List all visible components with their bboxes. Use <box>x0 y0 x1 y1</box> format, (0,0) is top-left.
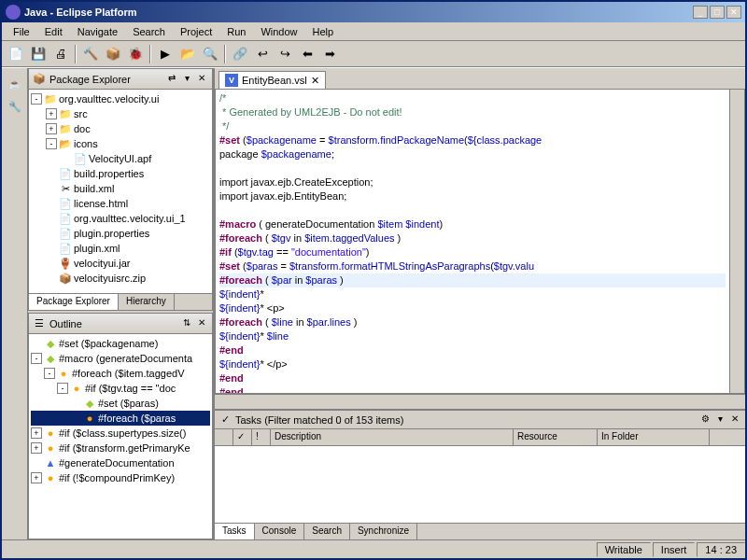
menu-file[interactable]: File <box>6 24 37 39</box>
app-icon <box>6 5 21 20</box>
menu-navigate[interactable]: Navigate <box>70 24 125 39</box>
tasks-column-header[interactable]: ✓ <box>233 429 252 445</box>
tab-console[interactable]: Console <box>255 524 305 539</box>
package-explorer-panel: 📦 Package Explorer ⇄ ▾ ✕ -📁org.vaulttec.… <box>28 68 213 311</box>
outline-panel: ☰ Outline ⇅ ✕ ◆#set ($packagename)-◆#mac… <box>28 313 213 539</box>
perspective-icon-1[interactable]: 🔧 <box>5 96 25 117</box>
panel-menu-icon[interactable]: ▾ <box>180 73 193 86</box>
tree-item[interactable]: +📁src <box>31 106 210 121</box>
status-insert: Insert <box>653 542 696 557</box>
tree-item[interactable]: +📁doc <box>31 121 210 136</box>
tasks-column-header[interactable]: In Folder <box>598 429 710 445</box>
tab-hierarchy[interactable]: Hierarchy <box>119 294 175 310</box>
tasks-close-icon[interactable]: ✕ <box>728 413 741 427</box>
minimize-button[interactable]: _ <box>693 6 708 19</box>
toolbar-button-2[interactable]: 🖨 <box>50 44 71 64</box>
tasks-column-header[interactable]: ! <box>252 429 271 445</box>
package-explorer-icon: 📦 <box>33 73 46 86</box>
editor-body[interactable]: /* * Generated by UML2EJB - Do not edit!… <box>216 90 729 393</box>
outline-tree[interactable]: ◆#set ($packagename)-◆#macro (generateDo… <box>29 334 212 539</box>
tasks-table[interactable]: ✓!DescriptionResourceIn Folder <box>215 429 745 523</box>
tree-item[interactable]: 📄VelocityUI.apf <box>31 151 210 166</box>
outline-item[interactable]: ◆#set ($paras) <box>31 396 210 411</box>
menubar: FileEditNavigateSearchProjectRunWindowHe… <box>2 22 745 41</box>
outline-item[interactable]: +●#if ($class.supertypes.size() <box>31 426 210 441</box>
menu-window[interactable]: Window <box>253 24 304 39</box>
menu-edit[interactable]: Edit <box>37 24 70 39</box>
outline-item[interactable]: +●#if ($transform.getPrimaryKe <box>31 441 210 455</box>
outline-item[interactable]: -●#foreach ($item.taggedV <box>31 366 210 381</box>
close-button[interactable]: ✕ <box>726 6 741 19</box>
statusbar: Writable Insert 14 : 23 <box>2 539 745 558</box>
tasks-icon: ✓ <box>218 413 232 427</box>
tab-package-explorer[interactable]: Package Explorer <box>29 294 119 310</box>
editor-tab-label: EntityBean.vsl <box>242 75 307 86</box>
window-title: Java - Eclipse Platform <box>24 7 693 18</box>
tree-item[interactable]: ✂build.xml <box>31 181 210 196</box>
tasks-column-header[interactable] <box>215 429 233 445</box>
menu-run[interactable]: Run <box>219 24 253 39</box>
toolbar-button-11[interactable]: ↪ <box>275 44 295 64</box>
menu-project[interactable]: Project <box>173 24 219 39</box>
package-explorer-tree[interactable]: -📁org.vaulttec.velocity.ui+📁src+📁doc-📂ic… <box>29 90 212 293</box>
toolbar-button-8[interactable]: 🔍 <box>200 44 220 64</box>
toolbar-button-12[interactable]: ⬅ <box>297 44 317 64</box>
tree-item[interactable]: 📄org.vaulttec.velocity.ui_1 <box>31 211 210 226</box>
toolbar-button-7[interactable]: 📂 <box>177 44 198 64</box>
outline-item[interactable]: ●#foreach ($paras <box>31 411 210 426</box>
outline-item[interactable]: -●#if ($tgv.tag == "doc <box>31 381 210 396</box>
tasks-menu-icon[interactable]: ▾ <box>713 413 726 427</box>
toolbar-button-6[interactable]: ▶ <box>155 44 176 64</box>
vertical-scrollbar[interactable] <box>729 90 744 393</box>
tasks-filter-icon[interactable]: ⚙ <box>698 413 712 427</box>
menu-help[interactable]: Help <box>305 24 342 39</box>
outline-item[interactable]: ◆#set ($packagename) <box>31 336 210 351</box>
editor-tab[interactable]: V EntityBean.vsl ✕ <box>218 71 326 89</box>
tree-item[interactable]: 🏺velocityui.jar <box>31 256 210 271</box>
toolbar: 📄💾🖨🔨📦🐞▶📂🔍🔗↩↪⬅➡ <box>2 41 745 67</box>
file-type-icon: V <box>225 74 238 87</box>
tab-search[interactable]: Search <box>304 524 350 539</box>
status-writable: Writable <box>597 542 651 557</box>
tab-tasks[interactable]: Tasks <box>215 524 255 539</box>
editor-tabs: V EntityBean.vsl ✕ <box>215 68 745 89</box>
tree-item[interactable]: 📄plugin.xml <box>31 241 210 256</box>
outline-sort-icon[interactable]: ⇅ <box>180 317 193 330</box>
collapse-all-icon[interactable]: ⇄ <box>165 73 178 86</box>
toolbar-button-10[interactable]: ↩ <box>252 44 273 64</box>
tree-item[interactable]: 📄plugin.properties <box>31 226 210 241</box>
toolbar-button-0[interactable]: 📄 <box>6 44 26 64</box>
titlebar: Java - Eclipse Platform _ □ ✕ <box>2 2 745 22</box>
tree-item[interactable]: 📄license.html <box>31 196 210 211</box>
tree-item[interactable]: -📂icons <box>31 136 210 151</box>
outline-title: Outline <box>49 318 180 329</box>
toolbar-button-5[interactable]: 🐞 <box>125 44 146 64</box>
tasks-column-header[interactable]: Resource <box>514 429 598 445</box>
perspective-bar: ☕🔧 <box>2 68 28 539</box>
tree-item[interactable]: 📦velocityuisrc.zip <box>31 271 210 286</box>
tasks-title: Tasks (Filter matched 0 of 153 items) <box>235 414 698 426</box>
toolbar-button-3[interactable]: 🔨 <box>80 44 101 64</box>
maximize-button[interactable]: □ <box>710 6 725 19</box>
outline-item[interactable]: -◆#macro (generateDocumenta <box>31 351 210 366</box>
tasks-column-header[interactable]: Description <box>271 429 514 445</box>
tree-item[interactable]: 📄build.properties <box>31 166 210 181</box>
outline-icon: ☰ <box>33 317 46 330</box>
outline-close-icon[interactable]: ✕ <box>195 317 208 330</box>
outline-item[interactable]: ▲#generateDocumentation <box>31 455 210 470</box>
tab-synchronize[interactable]: Synchronize <box>350 524 417 539</box>
toolbar-button-9[interactable]: 🔗 <box>230 44 250 64</box>
package-explorer-title: Package Explorer <box>49 74 165 85</box>
perspective-icon-0[interactable]: ☕ <box>5 74 25 94</box>
horizontal-scrollbar[interactable] <box>215 394 745 409</box>
panel-close-icon[interactable]: ✕ <box>195 73 208 86</box>
toolbar-button-4[interactable]: 📦 <box>103 44 123 64</box>
outline-item[interactable]: +●#if (!$compoundPrimKey) <box>31 470 210 485</box>
status-position: 14 : 23 <box>697 542 745 557</box>
tree-root[interactable]: -📁org.vaulttec.velocity.ui <box>31 91 210 106</box>
editor-tab-close-icon[interactable]: ✕ <box>311 75 319 87</box>
toolbar-button-13[interactable]: ➡ <box>319 44 340 64</box>
toolbar-button-1[interactable]: 💾 <box>28 44 49 64</box>
menu-search[interactable]: Search <box>125 24 173 39</box>
